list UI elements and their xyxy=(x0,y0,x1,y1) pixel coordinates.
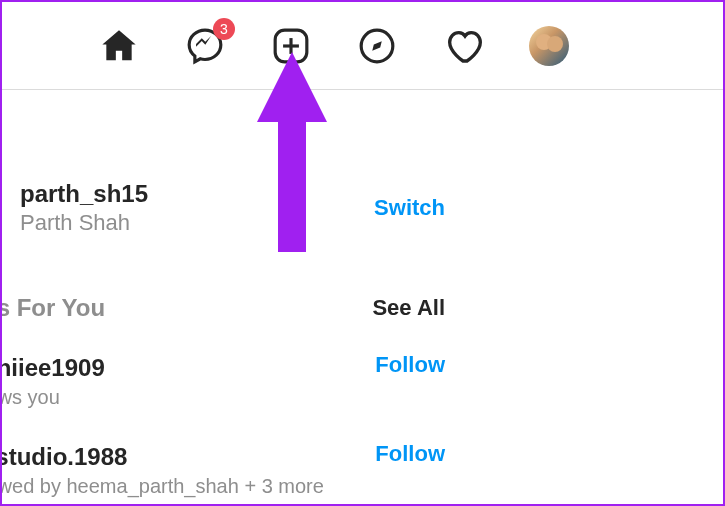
top-navigation: 3 xyxy=(2,2,723,90)
suggestions-title: ns For You xyxy=(0,294,105,322)
see-all-link[interactable]: See All xyxy=(372,295,445,321)
profile-avatar[interactable] xyxy=(527,24,571,68)
suggestion-row: _studio.1988 lowed by heema_parth_shah +… xyxy=(2,441,723,500)
new-post-icon[interactable] xyxy=(269,24,313,68)
sidebar-content: parth_sh15 Parth Shah Switch ns For You … xyxy=(2,178,723,500)
suggestion-subtext: lowed by heema_parth_shah + 3 more xyxy=(0,472,324,500)
svg-marker-4 xyxy=(372,41,382,51)
explore-icon[interactable] xyxy=(355,24,399,68)
current-fullname: Parth Shah xyxy=(20,209,148,238)
suggestion-username[interactable]: nniiee1909 xyxy=(0,352,105,383)
switch-account-link[interactable]: Switch xyxy=(374,195,723,221)
follow-button[interactable]: Follow xyxy=(375,441,445,467)
messenger-icon[interactable]: 3 xyxy=(183,24,227,68)
current-user-row: parth_sh15 Parth Shah Switch xyxy=(2,178,723,238)
messages-badge: 3 xyxy=(213,18,235,40)
suggestion-subtext: lows you xyxy=(0,383,105,411)
suggestion-username[interactable]: _studio.1988 xyxy=(0,441,324,472)
activity-heart-icon[interactable] xyxy=(441,24,485,68)
suggestions-header: ns For You See All xyxy=(2,294,723,322)
home-icon[interactable] xyxy=(97,24,141,68)
follow-button[interactable]: Follow xyxy=(375,352,445,378)
suggestion-row: nniiee1909 lows you Follow xyxy=(2,352,723,411)
current-username[interactable]: parth_sh15 xyxy=(20,178,148,209)
